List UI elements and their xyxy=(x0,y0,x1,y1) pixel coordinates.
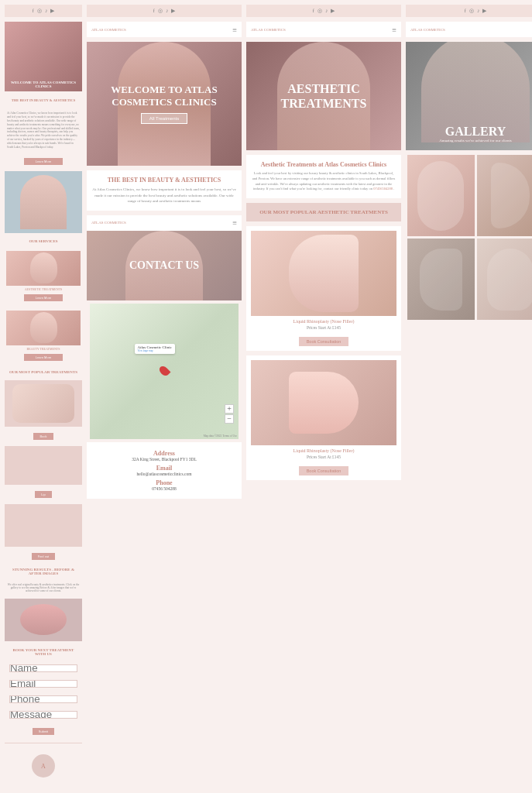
col3-period: . xyxy=(393,187,394,191)
facebook-icon[interactable]: f xyxy=(33,8,34,14)
col2-map-zoom-in[interactable]: + xyxy=(225,404,234,414)
col2-email-label: Email xyxy=(91,465,237,472)
col1-service-1-label: AESTHETIC TREATMENTS xyxy=(6,286,81,293)
col4-youtube-icon[interactable]: ▶ xyxy=(482,8,486,14)
column-4: f ◎ ♪ ▶ ATLAS COSMETICS ≡ GALLERY Amazin… xyxy=(406,5,532,789)
col1-form-message[interactable] xyxy=(9,711,77,719)
col3-hero-title: AESTHETIC TREATMENTS xyxy=(246,81,401,111)
col1-learn-more-button[interactable]: Learn More xyxy=(24,158,63,165)
col1-hands-shape xyxy=(12,384,74,423)
col3-treatment-1-price: Prices Start At £145 xyxy=(251,325,396,330)
col2-hamburger-menu[interactable]: ≡ xyxy=(232,26,237,34)
col1-treatment-1-btn[interactable]: Book xyxy=(33,433,53,440)
col2-beauty-title: THE BEST IN BEAUTY & AESTHETICS xyxy=(91,177,237,184)
col2-contact-title: CONTACT US xyxy=(129,259,199,272)
col1-footer: A xyxy=(5,743,82,789)
col1-service-2-btn[interactable]: Learn More xyxy=(24,354,63,361)
col4-gallery-overlay: GALLERY Amazing results we've achieved f… xyxy=(439,125,512,142)
col1-service-2: BEAUTY TREATMENTS Learn More xyxy=(5,309,82,364)
col3-tiktok-icon[interactable]: ♪ xyxy=(325,8,328,14)
col4-tiktok-icon[interactable]: ♪ xyxy=(477,8,480,14)
gallery-item-4[interactable] xyxy=(477,239,533,320)
col3-aesthetic-text: Look and feel your best by visiting our … xyxy=(251,171,396,192)
instagram-icon[interactable]: ◎ xyxy=(37,8,42,14)
col2-email-value: hello@atlascosmeticclinics.com xyxy=(91,472,237,476)
col2-logo: ATLAS COSMETICS xyxy=(91,28,126,32)
column-2: f ◎ ♪ ▶ ATLAS COSMETICS ≡ WELCOME TO ATL… xyxy=(87,5,242,789)
col1-tagline: THE BEST IN BEAUTY & AESTHETICS xyxy=(5,96,82,105)
col1-book-label: BOOK YOUR NEXT TREATMENT WITH US xyxy=(5,646,82,658)
col2-hero-btn[interactable]: All Treatments xyxy=(141,113,187,124)
col2-facebook-icon[interactable]: f xyxy=(153,8,155,14)
col3-hero-text: AESTHETIC TREATMENTS xyxy=(246,81,401,111)
col3-treatment-2-btn[interactable]: Book Consultation xyxy=(299,466,349,475)
col1-footer-logo: A xyxy=(32,754,55,778)
col2-hero-overlay: WELCOME TO ATLAS COSMETICS CLINICS All T… xyxy=(87,84,242,123)
gallery-brow-shape-4 xyxy=(487,249,532,311)
gallery-item-2[interactable] xyxy=(477,155,533,236)
col2-phone-label: Phone xyxy=(91,479,237,486)
column-1: f ◎ ♪ ▶ WELCOME TO ATLAS COSMETICS CLINI… xyxy=(5,5,82,789)
col2-contact-hamburger[interactable]: ≡ xyxy=(232,218,237,227)
col2-address-section: Address 32A King Street, Blackpool FY1 3… xyxy=(91,450,237,462)
col3-youtube-icon[interactable]: ▶ xyxy=(331,8,335,14)
col2-address-value: 32A King Street, Blackpool FY1 3DL xyxy=(91,457,237,462)
tiktok-icon[interactable]: ♪ xyxy=(45,8,48,14)
col2-social-bar: f ◎ ♪ ▶ xyxy=(87,5,242,17)
col2-map[interactable]: Atlas Cosmetic Clinic View larger map + … xyxy=(90,304,239,439)
col1-body-text: At Atlas Cosmetics Clinics, we know how … xyxy=(5,109,82,152)
col1-before-after-label: STUNNING RESULTS - BEFORE & AFTER IMAGES xyxy=(5,566,82,577)
col1-treatment-2-image xyxy=(5,446,82,485)
col3-instagram-icon[interactable]: ◎ xyxy=(317,8,322,14)
col2-phone-section: Phone 07456 504288 xyxy=(91,479,237,491)
col2-map-zoom-out[interactable]: − xyxy=(225,414,234,424)
col1-social-bar: f ◎ ♪ ▶ xyxy=(5,5,82,17)
col3-face-side-1 xyxy=(289,235,359,312)
gallery-item-1[interactable] xyxy=(407,155,475,236)
col2-contact-card: ATLAS COSMETICS ≡ CONTACT US Atlas Cosme… xyxy=(87,215,242,499)
col2-phone-value: 07456 504288 xyxy=(91,486,237,491)
col1-treatment-3-image xyxy=(5,504,82,547)
youtube-icon[interactable]: ▶ xyxy=(50,8,54,14)
col2-map-view-larger[interactable]: View larger map xyxy=(138,349,172,352)
col1-form-phone[interactable] xyxy=(9,695,77,703)
col3-popular-banner: OUR MOST POPULAR AESTHETIC TREATMENTS xyxy=(246,203,401,221)
col2-map-clinic-label: Atlas Cosmetic Clinic View larger map xyxy=(135,344,175,354)
col2-hero: WELCOME TO ATLAS COSMETICS CLINICS All T… xyxy=(87,42,242,166)
col1-hero-text: WELCOME TO ATLAS COSMETICS CLINICS xyxy=(5,77,82,91)
col2-youtube-icon[interactable]: ▶ xyxy=(171,8,175,14)
column-3: f ◎ ♪ ▶ ATLAS COSMETICS ≡ AESTHETIC TREA… xyxy=(246,5,401,789)
col2-hero-title: WELCOME TO ATLAS COSMETICS CLINICS xyxy=(87,84,242,108)
col3-treatment-1-btn[interactable]: Book Consultation xyxy=(299,337,349,346)
col4-gallery-title: GALLERY xyxy=(439,125,512,139)
col1-submit-button[interactable]: Submit xyxy=(33,728,54,735)
col2-nav: ATLAS COSMETICS ≡ xyxy=(87,22,242,37)
col3-treatment-1-name: Liquid Rhinoplasty (Nose Filler) xyxy=(251,319,396,324)
col2-tiktok-icon[interactable]: ♪ xyxy=(166,8,169,14)
col3-hamburger-menu[interactable]: ≡ xyxy=(392,26,396,34)
gallery-item-3[interactable] xyxy=(407,239,475,320)
col4-logo: ATLAS COSMETICS xyxy=(410,28,445,32)
col1-lips-shape xyxy=(20,604,67,635)
col1-service-2-label: BEAUTY TREATMENTS xyxy=(6,345,81,352)
col1-service-1-image xyxy=(6,251,81,286)
col4-instagram-icon[interactable]: ◎ xyxy=(469,8,474,14)
col2-beauty-text: At Atlas Cosmetics Clinics, we know how … xyxy=(91,187,237,204)
col1-form-name[interactable] xyxy=(9,664,77,672)
col3-facebook-icon[interactable]: f xyxy=(313,8,314,14)
col2-contact-hero: CONTACT US xyxy=(87,231,242,300)
col3-aesthetic-card: Aesthetic Treatments at Atlas Cosmetics … xyxy=(246,155,401,198)
col1-service-1-btn[interactable]: Learn More xyxy=(24,294,63,301)
gallery-nose-shape-2 xyxy=(491,163,530,228)
col4-gallery-grid xyxy=(406,155,532,320)
col2-instagram-icon[interactable]: ◎ xyxy=(158,8,163,14)
col4-facebook-icon[interactable]: f xyxy=(465,8,466,14)
col1-treatment-3-btn[interactable]: Find out xyxy=(32,553,55,560)
col3-treatment-1-image xyxy=(251,231,396,316)
col2-email-section: Email hello@atlascosmeticclinics.com xyxy=(91,465,237,476)
col1-treatment-2-btn[interactable]: Lip xyxy=(35,491,51,498)
col4-gallery-hero: GALLERY Amazing results we've achieved f… xyxy=(406,42,532,150)
col3-logo: ATLAS COSMETICS xyxy=(251,28,286,32)
col1-form-email[interactable] xyxy=(9,680,77,688)
col3-phone-link[interactable]: 07456504288 xyxy=(373,187,393,191)
